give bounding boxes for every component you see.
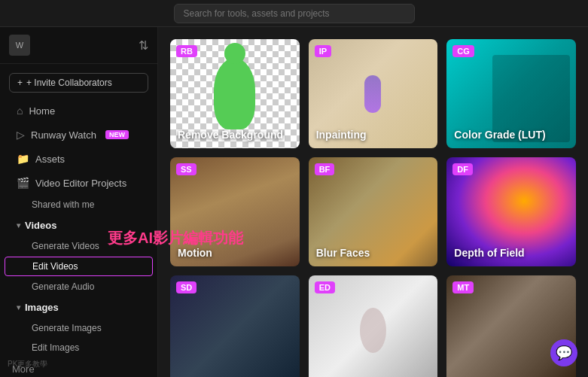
generate-images-label: Generate Images [32, 323, 102, 333]
df-label: Depth of Field [454, 247, 524, 259]
rb-label: Remove Background [178, 129, 283, 141]
sidebar-item-assets-label: Assets [35, 154, 65, 165]
sidebar-item-home-label: Home [29, 105, 55, 117]
sidebar-item-edit-images[interactable]: Edit Images [5, 339, 153, 357]
ip-label: Inpainting [316, 129, 367, 141]
mt-badge: MT [452, 281, 474, 293]
sidebar-item-runway-watch-label: Runway Watch [31, 129, 96, 141]
tools-grid: RB Remove Background IP Inpainting CG Co… [170, 39, 576, 377]
main-layout: W ⇅ + + Invite Collaborators ⌂ Home ▷ Ru… [0, 27, 588, 377]
sidebar-item-runway-watch[interactable]: ▷ Runway Watch NEW [5, 123, 153, 146]
videos-section-label: Videos [25, 220, 56, 231]
images-section-toggle[interactable]: ▾ Images [5, 297, 153, 318]
edit-videos-label: Edit Videos [32, 261, 78, 272]
ss-label: Motion [178, 247, 212, 259]
watermark: PK更多教學 [8, 359, 47, 369]
tool-card-ip[interactable]: IP Inpainting [309, 39, 438, 148]
tool-card-sd[interactable]: SD [170, 275, 300, 377]
generate-videos-label: Generate Videos [32, 241, 99, 251]
sidebar-item-assets[interactable]: 📁 Assets [5, 147, 153, 170]
topbar [0, 0, 588, 27]
tool-card-ss[interactable]: SS Motion [170, 157, 300, 266]
assets-icon: 📁 [17, 153, 29, 165]
sd-badge: SD [176, 281, 197, 293]
cg-label: Color Grade (LUT) [454, 129, 545, 141]
ed-badge: ED [315, 281, 335, 293]
sidebar-item-video-editor-label: Video Editor Projects [35, 178, 126, 189]
cg-badge: CG [452, 45, 474, 57]
shared-with-me-label: Shared with me [32, 199, 94, 210]
new-badge: NEW [105, 130, 129, 139]
tool-card-ed[interactable]: ED [309, 275, 438, 377]
generate-audio-label: Generate Audio [32, 281, 94, 292]
images-toggle-arrow: ▾ [17, 303, 20, 312]
videos-toggle-arrow: ▾ [17, 221, 20, 230]
tool-card-bf[interactable]: BF Blur Faces [309, 157, 438, 266]
sidebar-item-video-editor-projects[interactable]: 🎬 Video Editor Projects [5, 172, 153, 194]
search-input[interactable] [174, 4, 415, 23]
invite-label: + Invite Collaborators [26, 78, 112, 88]
ip-badge: IP [315, 45, 331, 57]
workspace-arrows[interactable]: ⇅ [139, 38, 148, 53]
workspace-row: W ⇅ [0, 27, 157, 64]
tool-card-df[interactable]: DF Depth of Field [446, 157, 576, 266]
chat-fab-button[interactable]: 💬 [550, 339, 577, 366]
chat-icon: 💬 [556, 345, 572, 361]
tool-card-rb[interactable]: RB Remove Background [170, 39, 300, 148]
edit-images-label: Edit Images [32, 342, 79, 353]
video-editor-icon: 🎬 [17, 177, 29, 189]
sidebar-item-generate-images[interactable]: Generate Images [5, 319, 153, 337]
sidebar-item-home[interactable]: ⌂ Home [5, 99, 153, 122]
sidebar-item-generate-audio[interactable]: Generate Audio [5, 278, 153, 296]
sidebar: W ⇅ + + Invite Collaborators ⌂ Home ▷ Ru… [0, 27, 158, 377]
ss-badge: SS [176, 163, 197, 175]
sidebar-item-shared-with-me[interactable]: Shared with me [5, 196, 153, 214]
bf-label: Blur Faces [316, 247, 370, 259]
sidebar-item-edit-videos[interactable]: Edit Videos [5, 257, 153, 276]
sidebar-item-generate-videos[interactable]: Generate Videos [5, 237, 153, 255]
tool-card-cg[interactable]: CG Color Grade (LUT) [446, 39, 576, 148]
content-area: RB Remove Background IP Inpainting CG Co… [158, 27, 588, 377]
runway-watch-icon: ▷ [17, 129, 25, 141]
bf-badge: BF [315, 163, 335, 175]
workspace-icon[interactable]: W [9, 35, 30, 56]
rb-badge: RB [176, 45, 197, 57]
videos-section-toggle[interactable]: ▾ Videos [5, 215, 153, 236]
df-badge: DF [452, 163, 473, 175]
invite-plus-icon: + [17, 78, 23, 88]
images-section-label: Images [25, 302, 59, 313]
home-icon: ⌂ [17, 105, 23, 117]
invite-collaborators-button[interactable]: + + Invite Collaborators [9, 73, 148, 93]
